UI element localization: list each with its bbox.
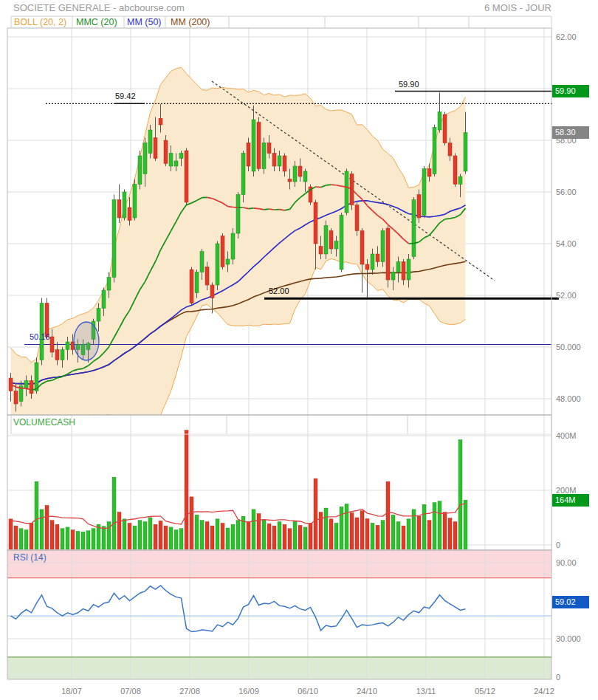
last-rsi-badge: 59.02 xyxy=(552,596,589,608)
candle-body xyxy=(216,244,219,285)
candle-body xyxy=(293,166,297,182)
mmc-line-segment xyxy=(228,207,233,207)
candle-body xyxy=(365,264,369,270)
candle-body xyxy=(417,195,421,219)
volume-bar xyxy=(422,504,426,549)
volume-bar xyxy=(319,512,323,549)
volume-bar xyxy=(148,518,152,549)
date-axis-tick: 24/12 xyxy=(534,687,554,696)
candle-body xyxy=(102,290,106,309)
candle-body xyxy=(412,200,416,257)
volume-bar xyxy=(200,521,204,549)
price-axis-tick: 52.00 xyxy=(556,291,577,300)
volume-bar xyxy=(350,512,354,549)
volume-bar xyxy=(309,523,312,549)
volume-bar xyxy=(76,532,80,550)
volume-bar xyxy=(464,500,467,549)
volume-bar xyxy=(35,481,38,549)
volume-bar xyxy=(453,522,457,549)
volume-bar xyxy=(92,529,95,549)
volume-bar xyxy=(376,525,379,549)
volume-bar xyxy=(169,527,173,549)
candle-body xyxy=(205,267,209,286)
volume-bar xyxy=(247,522,250,549)
candle-body xyxy=(164,140,168,164)
mmc-line-segment xyxy=(445,219,450,219)
candle-body xyxy=(433,128,436,174)
volume-bar xyxy=(117,512,121,549)
volume-bar xyxy=(19,529,23,549)
volume-bar xyxy=(50,521,54,549)
volume-bar xyxy=(107,522,111,549)
candle-body xyxy=(247,143,250,167)
annotation-label-5990: 59.90 xyxy=(399,80,419,89)
mmc-line-segment xyxy=(233,207,238,207)
chart-canvas: 62.0060.0058.0056.0054.0052.0050.00048.0… xyxy=(0,0,598,700)
candle-body xyxy=(14,391,18,405)
volume-bar xyxy=(179,529,183,549)
annotation-label-5016: 50.16 xyxy=(30,332,50,341)
volume-bar xyxy=(427,521,431,549)
candle-body xyxy=(117,200,121,219)
annotation-label-5200: 52.00 xyxy=(269,286,289,295)
volume-bar xyxy=(386,481,390,549)
annotation-label-5942: 59.42 xyxy=(115,92,136,100)
candle-body xyxy=(107,278,111,291)
mmc-line-segment xyxy=(264,209,269,210)
candle-body xyxy=(154,138,157,159)
date-axis-tick: 24/10 xyxy=(357,687,377,696)
volume-bar xyxy=(133,526,137,549)
mmc-line-segment xyxy=(331,185,337,185)
candle-body xyxy=(402,262,405,281)
volume-axis-tick: 0 xyxy=(556,541,560,549)
candle-body xyxy=(278,156,281,166)
volume-bar xyxy=(14,526,18,549)
volume-bar xyxy=(9,519,13,549)
volume-bar xyxy=(24,530,28,549)
volume-bar xyxy=(81,532,85,549)
candle-body xyxy=(283,156,286,171)
mmc-line-segment xyxy=(249,208,254,209)
candle-body xyxy=(334,241,338,250)
volume-bar xyxy=(102,526,106,549)
volume-bar xyxy=(355,518,359,549)
volume-bar xyxy=(381,521,385,549)
candle-body xyxy=(61,350,64,360)
high-price-badge: 59.90 xyxy=(552,85,589,97)
candle-body xyxy=(324,226,328,255)
mmc-line-segment xyxy=(269,209,275,210)
volume-bar xyxy=(71,530,75,549)
candle-body xyxy=(66,342,69,350)
volume-bar xyxy=(438,501,441,549)
price-axis-tick: 54.00 xyxy=(556,239,577,248)
price-axis-tick: 62.00 xyxy=(556,32,577,41)
candle-body xyxy=(231,233,235,259)
candle-body xyxy=(159,118,162,125)
candle-body xyxy=(252,120,255,171)
volume-bar xyxy=(164,526,168,549)
candle-body xyxy=(386,228,390,280)
volume-bar xyxy=(324,508,328,549)
volume-bar xyxy=(30,523,33,549)
candle-body xyxy=(174,161,178,166)
volume-bar xyxy=(55,524,59,549)
volume-bar xyxy=(272,526,276,549)
volume-bar xyxy=(293,521,297,549)
volume-bar xyxy=(86,531,90,549)
candle-body xyxy=(40,303,44,360)
volume-bar xyxy=(216,519,219,549)
date-axis-tick: 16/09 xyxy=(238,687,259,696)
candle-body xyxy=(272,154,276,167)
volume-bar xyxy=(221,523,224,549)
candle-body xyxy=(314,202,317,244)
candle-body xyxy=(319,247,323,255)
candle-body xyxy=(391,272,395,281)
mmc-line-segment xyxy=(254,208,259,209)
candle-body xyxy=(30,381,33,394)
volume-bar xyxy=(448,518,452,549)
volume-bar xyxy=(371,523,374,549)
candle-body xyxy=(448,143,452,157)
mmc-line-segment xyxy=(259,209,264,210)
volume-bar xyxy=(236,521,240,549)
volume-bar xyxy=(195,515,199,549)
